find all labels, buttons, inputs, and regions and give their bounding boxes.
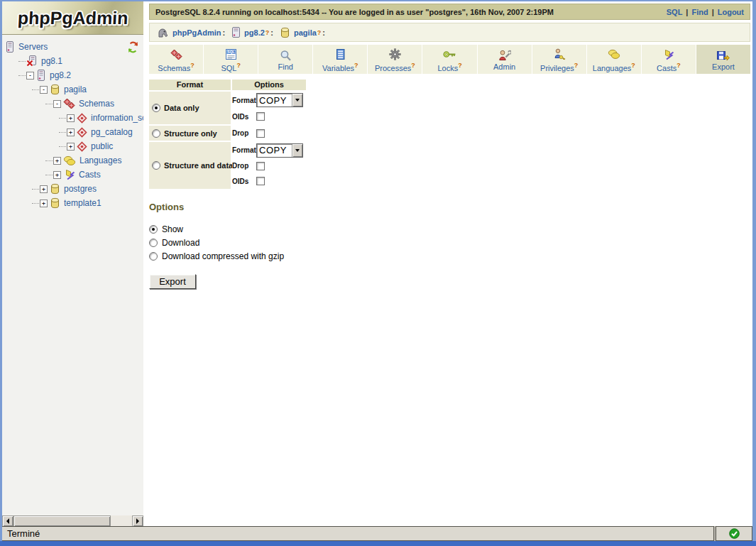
help-link[interactable]: ? xyxy=(411,62,415,69)
format-radio-structure-and-data[interactable] xyxy=(152,161,160,170)
breadcrumb-link-phppgadmin[interactable]: phpPgAdmin xyxy=(172,28,221,37)
locks-icon xyxy=(443,48,456,61)
variables-icon xyxy=(334,48,346,61)
output-radio[interactable] xyxy=(149,239,158,247)
expand-toggle[interactable]: + xyxy=(53,157,61,165)
output-radio[interactable] xyxy=(149,225,158,234)
help-link[interactable]: ? xyxy=(574,62,579,69)
logo: phpPgAdmin xyxy=(2,1,143,35)
format-radio-structure-only[interactable] xyxy=(152,129,160,138)
output-radio[interactable] xyxy=(149,252,158,261)
options-cell: FormatCOPYOIDs xyxy=(232,92,306,124)
tree-item-casts[interactable]: +Casts xyxy=(2,168,143,182)
languages-icon xyxy=(63,155,76,166)
select-dropdown-button[interactable] xyxy=(292,144,302,157)
export-button[interactable]: Export xyxy=(149,274,196,289)
output-radio-label: Show xyxy=(162,224,183,234)
expand-toggle[interactable]: + xyxy=(67,114,75,122)
select-dropdown-button[interactable] xyxy=(292,94,302,107)
tree-item-information_schema[interactable]: +information_schema xyxy=(2,111,143,125)
elephant-icon xyxy=(157,27,169,38)
tab-processes[interactable]: Processes? xyxy=(368,45,422,74)
scroll-thumb[interactable] xyxy=(13,515,111,527)
admin-icon xyxy=(498,49,511,62)
tab-schemas[interactable]: Schemas? xyxy=(149,45,203,74)
tree-item-pagila[interactable]: -pagila xyxy=(2,82,143,97)
tree-item-pg_catalog[interactable]: +pg_catalog xyxy=(2,125,143,139)
schema-icon xyxy=(77,141,87,152)
format-select[interactable]: COPY xyxy=(256,143,303,158)
breadcrumb-separator: : xyxy=(270,28,273,37)
refresh-icon[interactable] xyxy=(127,41,139,53)
tab-label: Locks? xyxy=(437,62,461,72)
tab-casts[interactable]: Casts? xyxy=(642,45,696,74)
help-link[interactable]: ? xyxy=(236,62,241,69)
tab-privileges[interactable]: Privileges? xyxy=(532,45,586,74)
tree-connector xyxy=(59,118,66,119)
tree-item-servers[interactable]: Servers xyxy=(2,40,143,54)
select-value: COPY xyxy=(257,95,292,106)
find-icon xyxy=(280,49,292,62)
sidebar-horizontal-scrollbar[interactable] xyxy=(2,515,143,527)
tree-item-pg8.2[interactable]: -pg8.2 xyxy=(2,68,143,82)
tab-export[interactable]: Export xyxy=(696,45,750,74)
status-icon-panel xyxy=(716,526,752,541)
left-arrow-icon xyxy=(6,518,9,524)
collapse-toggle[interactable]: - xyxy=(53,100,61,108)
help-link[interactable]: ? xyxy=(190,62,195,69)
help-link[interactable]: ? xyxy=(458,62,462,69)
tree-item-postgres[interactable]: +postgres xyxy=(2,182,143,196)
drop-checkbox[interactable] xyxy=(256,129,265,138)
tab-admin[interactable]: Admin xyxy=(478,45,532,74)
right-arrow-icon xyxy=(136,518,139,524)
topbar-link-sql[interactable]: SQL xyxy=(667,8,683,16)
export-format-table: FormatOptionsData onlyFormatCOPYOIDsStru… xyxy=(149,80,307,189)
help-link[interactable]: ? xyxy=(676,62,681,69)
tree-connector xyxy=(45,175,53,175)
schemas-icon xyxy=(63,98,75,109)
topbar-link-find[interactable]: Find xyxy=(691,8,708,16)
tab-sql[interactable]: SQLSQL? xyxy=(204,45,258,74)
collapse-toggle[interactable]: - xyxy=(40,86,48,94)
expand-toggle[interactable]: + xyxy=(53,171,61,179)
tree-item-schemas[interactable]: -Schemas xyxy=(2,97,143,111)
expand-toggle[interactable]: + xyxy=(40,185,48,193)
expand-toggle[interactable]: + xyxy=(40,200,48,207)
breadcrumb-link-pagila[interactable]: pagila xyxy=(294,28,317,37)
breadcrumb-link-pg8.2[interactable]: pg8.2 xyxy=(244,28,265,37)
tree-item-public[interactable]: +public xyxy=(2,139,143,153)
topbar-link-logout[interactable]: Logout xyxy=(718,8,744,16)
help-link[interactable]: ? xyxy=(631,62,635,69)
help-link[interactable]: ? xyxy=(354,62,358,69)
server-info-bar: PostgreSQL 8.2.4 running on localhost:54… xyxy=(149,4,750,20)
format-select[interactable]: COPY xyxy=(256,93,303,107)
tab-locks[interactable]: Locks? xyxy=(422,45,476,74)
tab-languages[interactable]: Languages? xyxy=(587,45,641,74)
tab-find[interactable]: Find xyxy=(258,45,312,74)
drop-checkbox[interactable] xyxy=(256,162,265,170)
tab-label: Casts? xyxy=(657,62,681,72)
tab-variables[interactable]: Variables? xyxy=(313,45,367,74)
oids-checkbox[interactable] xyxy=(256,177,265,185)
tree-item-template1[interactable]: +template1 xyxy=(2,196,143,210)
oids-checkbox[interactable] xyxy=(256,112,265,121)
privileges-icon xyxy=(553,48,566,61)
scroll-right-button[interactable] xyxy=(132,515,143,527)
expand-toggle[interactable]: + xyxy=(67,129,75,136)
tree-connector xyxy=(32,203,39,204)
options-cell: FormatCOPYDropOIDs xyxy=(232,142,306,189)
tree-item-languages[interactable]: +Languages xyxy=(2,153,143,168)
help-link[interactable]: ? xyxy=(265,29,270,36)
scroll-track[interactable] xyxy=(111,515,132,527)
casts-icon xyxy=(63,169,75,180)
tab-label: Schemas? xyxy=(158,62,194,72)
tree-item-pg8.1[interactable]: pg8.1 xyxy=(2,54,143,68)
scroll-left-button[interactable] xyxy=(2,515,13,527)
format-radio-data-only[interactable] xyxy=(152,104,160,112)
collapse-toggle[interactable]: - xyxy=(26,72,34,80)
server-icon xyxy=(36,70,46,81)
help-link[interactable]: ? xyxy=(317,29,322,36)
tree-connector xyxy=(18,61,26,62)
tree-connector xyxy=(18,75,26,76)
expand-toggle[interactable]: + xyxy=(67,143,75,151)
